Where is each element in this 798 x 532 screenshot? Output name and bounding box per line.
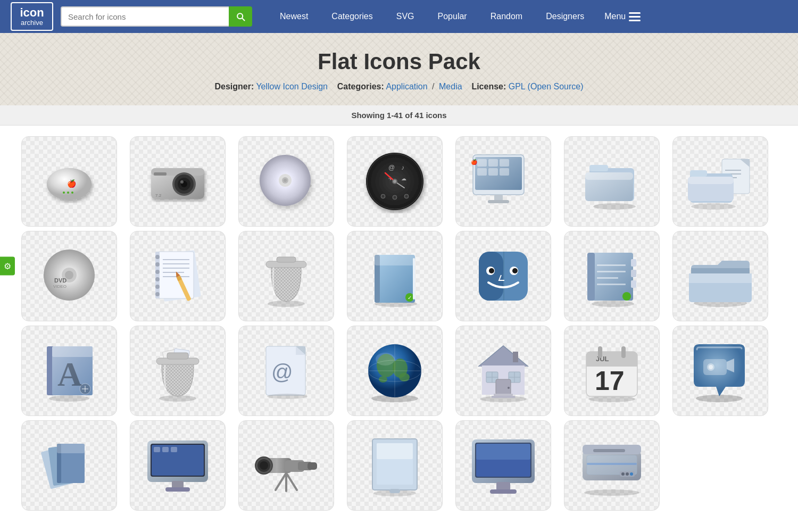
nav-menu[interactable]: Menu [596, 0, 649, 33]
svg-rect-111 [597, 284, 626, 285]
main-nav: Newest Categories SVG Popular Random Des… [268, 0, 787, 33]
svg-point-57 [691, 203, 736, 210]
icon-monitor2[interactable] [455, 420, 551, 511]
search-input[interactable] [61, 6, 229, 27]
icon-finder[interactable] [455, 231, 551, 321]
svg-text:7.2: 7.2 [155, 193, 162, 198]
svg-point-12 [180, 180, 184, 184]
svg-line-193 [286, 473, 297, 490]
nav-categories[interactable]: Categories [320, 0, 384, 33]
icon-dashboard[interactable]: @ ♪ ✈ ☁ [347, 136, 443, 227]
svg-rect-54 [725, 170, 741, 171]
search-form[interactable] [61, 6, 252, 27]
nav-newest[interactable]: Newest [268, 0, 320, 33]
svg-point-115 [49, 395, 89, 402]
icon-imac[interactable]: 🍎 [455, 136, 551, 227]
svg-point-112 [622, 292, 631, 301]
nav-popular[interactable]: Popular [426, 0, 479, 33]
pack-title: Flat Icons Pack [11, 49, 787, 74]
svg-rect-164 [621, 346, 626, 358]
svg-rect-79 [163, 268, 189, 269]
sidebar-gear-button[interactable]: ⚙ [0, 257, 15, 276]
svg-point-132 [267, 394, 307, 399]
svg-rect-207 [593, 449, 625, 452]
svg-point-190 [260, 461, 268, 470]
nav-svg[interactable]: SVG [385, 0, 426, 33]
icon-globe[interactable] [347, 326, 443, 416]
svg-point-99 [489, 268, 494, 273]
svg-point-72 [155, 262, 160, 267]
svg-point-214 [584, 489, 639, 496]
svg-point-33 [382, 195, 384, 197]
nav-random[interactable]: Random [479, 0, 534, 33]
icon-frame[interactable] [347, 420, 443, 511]
icon-house[interactable] [455, 326, 551, 416]
svg-rect-42 [488, 168, 498, 176]
search-button[interactable] [229, 6, 252, 27]
svg-rect-96 [479, 252, 503, 301]
svg-rect-108 [597, 264, 626, 266]
category-media-link[interactable]: Media [439, 82, 462, 91]
gear-icon: ⚙ [4, 261, 11, 271]
svg-rect-187 [307, 462, 317, 470]
icon-blank-folder[interactable] [564, 136, 660, 227]
icon-apple-mouse[interactable]: 🍎 [21, 136, 117, 227]
svg-text:17: 17 [595, 366, 625, 396]
svg-text:@: @ [388, 164, 395, 171]
icon-trash-empty[interactable] [238, 231, 334, 321]
svg-rect-181 [171, 447, 177, 452]
svg-point-142 [376, 353, 395, 365]
logo[interactable]: icon archive [11, 2, 53, 31]
icon-mail-doc[interactable]: @ [238, 326, 334, 416]
icon-font-book[interactable]: A [21, 326, 117, 416]
svg-point-29 [393, 180, 396, 183]
icon-books-stack[interactable] [21, 420, 117, 511]
designer-link[interactable]: Yellow Icon Design [256, 82, 328, 91]
svg-point-138 [379, 376, 387, 383]
svg-rect-182 [172, 481, 184, 488]
svg-rect-80 [163, 272, 184, 273]
icon-folder-doc[interactable] [672, 136, 768, 227]
icon-trash-full[interactable] [130, 326, 226, 416]
icon-camera[interactable]: 7.2 [130, 136, 226, 227]
svg-point-3 [63, 192, 65, 194]
svg-rect-204 [490, 489, 517, 494]
icon-book-blue[interactable]: ✓ [347, 231, 443, 321]
hamburger-icon [629, 12, 641, 21]
svg-point-71 [155, 255, 160, 259]
svg-point-19 [284, 179, 287, 182]
svg-point-35 [405, 195, 408, 197]
svg-rect-59 [690, 170, 707, 177]
svg-rect-69 [157, 252, 194, 298]
svg-rect-51 [585, 172, 633, 180]
icon-notepad[interactable] [130, 231, 226, 321]
svg-rect-157 [492, 396, 515, 398]
license-link[interactable]: GPL (Open Source) [509, 82, 584, 91]
logo-archive-text: archive [17, 19, 47, 27]
icon-monitor[interactable] [130, 420, 226, 511]
svg-rect-107 [631, 280, 636, 288]
category-application-link[interactable]: Application [386, 82, 427, 91]
svg-rect-202 [476, 444, 530, 460]
icon-open-folder[interactable] [672, 231, 768, 321]
icon-telescope[interactable] [238, 420, 334, 511]
svg-text:VIDEO: VIDEO [53, 284, 66, 289]
nav-designers[interactable]: Designers [534, 0, 596, 33]
showing-text: Showing 1-41 of 41 icons [351, 111, 446, 120]
icon-address-book[interactable] [564, 231, 660, 321]
icon-scanner[interactable] [564, 420, 660, 511]
svg-point-158 [588, 396, 635, 402]
svg-rect-106 [631, 270, 636, 277]
icon-dvd-disc[interactable]: DVD VIDEO [21, 231, 117, 321]
svg-text:DVD: DVD [54, 277, 66, 284]
svg-rect-114 [689, 273, 752, 283]
svg-rect-119 [52, 346, 93, 357]
svg-rect-46 [488, 200, 509, 203]
svg-rect-105 [631, 259, 636, 267]
search-icon [235, 11, 246, 22]
icon-facetime[interactable] [672, 326, 768, 416]
icon-cd-disc[interactable] [238, 136, 334, 227]
icon-calendar[interactable]: JUL 17 [564, 326, 660, 416]
svg-point-5 [71, 192, 73, 194]
icons-grid: 🍎 [0, 126, 798, 521]
